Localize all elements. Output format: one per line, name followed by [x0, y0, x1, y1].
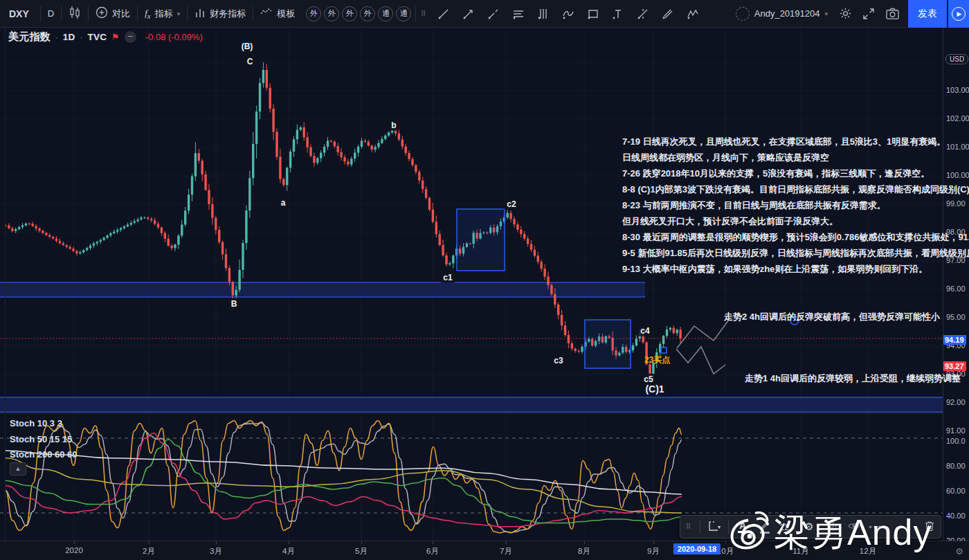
background-color-button[interactable] [754, 517, 775, 536]
analysis-note-line: 8-30 最近两周的调整是很弱的顺势楔形，预计5浪会到0.786敏感位和支撑位共… [622, 229, 953, 245]
wave-label[interactable]: C [244, 56, 256, 67]
separator-dot: · [80, 33, 82, 42]
chart-pane[interactable] [0, 28, 943, 541]
price-axis[interactable]: USD 103.00102.00101.00100.0099.0098.0097… [943, 28, 969, 541]
ray-line-tool-button[interactable] [481, 0, 506, 28]
fullscreen-button[interactable] [857, 0, 880, 28]
trading-app: DXY D 对比 fx 指标 ▾ [0, 0, 969, 560]
legend-exchange: TVC [87, 32, 107, 42]
wave-label[interactable]: b [388, 120, 399, 131]
replay-play-button[interactable]: ▶ [948, 0, 969, 28]
delete-button[interactable] [919, 517, 940, 536]
scenario-1-note: 走势1 4h回调后的反弹较弱，上沿受阻，继续弱势调整 [745, 372, 961, 385]
axis-settings-gear-icon[interactable]: ⚙ [955, 546, 963, 557]
flag-icon[interactable]: ⚑ [111, 32, 120, 42]
symbol-title[interactable]: 美元指数 [8, 30, 51, 44]
template-label: 模板 [277, 8, 295, 20]
drawing-settings-button[interactable]: ⚙ [799, 517, 819, 536]
chart-style-button[interactable] [62, 0, 88, 28]
text-color-button[interactable]: A [732, 517, 753, 536]
clone-icon [826, 521, 837, 533]
compare-button[interactable]: 对比 [89, 0, 137, 28]
text-tool-button[interactable] [606, 0, 631, 28]
price-change: -0.08 (-0.09%) [145, 32, 203, 42]
stoch-10-3-3-k [6, 421, 682, 533]
snapshot-camera-button[interactable] [880, 0, 904, 28]
time-tick-mark [506, 541, 507, 544]
cross-line-tool-button[interactable] [631, 0, 655, 28]
settings-button[interactable] [833, 0, 857, 28]
arrow-line-tool-button[interactable] [456, 0, 481, 28]
financials-button[interactable]: 财务指标 [188, 0, 253, 28]
indicator-tick: 100.0 [946, 437, 966, 445]
time-tick: 4月 [282, 546, 295, 557]
xabcd-pattern-tool-button[interactable] [680, 0, 705, 28]
indicators-button[interactable]: fx 指标 ▾ [138, 0, 187, 28]
currency-label[interactable]: USD [945, 54, 968, 64]
support-zone[interactable] [0, 397, 943, 412]
coordinates-button[interactable]: ▾ [704, 517, 725, 536]
stoch-legend-item[interactable]: Stoch 50 15 15 [10, 432, 78, 448]
svg-text:▾: ▾ [718, 524, 721, 530]
analysis-note-line: 7-26 跌穿2018年10月以来的支撑，5浪没有衰竭，指标三线顺下，逢反弹空。 [622, 165, 953, 181]
vertical-lines-tool-button[interactable] [531, 0, 556, 28]
wave-label[interactable]: c1 [440, 272, 455, 283]
selection-box[interactable] [585, 320, 631, 368]
time-axis[interactable]: 20202月3月4月5月6月7月8月9月10月11月12月 2020-09-18… [0, 541, 969, 560]
wave-label[interactable]: (B) [239, 41, 256, 52]
analysis-note-line: 但月线死叉开口大，预计反弹不会比前面子浪反弹大。 [622, 213, 953, 229]
visibility-button[interactable] [843, 517, 864, 536]
polyline-tool-button[interactable] [556, 0, 581, 28]
wave-label[interactable]: B [228, 298, 240, 309]
stoch-legend-item[interactable]: Stoch 10 3 3 [10, 416, 78, 432]
toolbar-drag-handle[interactable]: ⠿ [681, 517, 696, 536]
compare-label: 对比 [112, 8, 130, 20]
scenario-1-path[interactable] [676, 347, 725, 374]
candlestick-icon [69, 6, 81, 21]
font-size-button[interactable]: 12 ▾ [777, 517, 797, 536]
symbol-search-button[interactable]: DXY [0, 0, 40, 28]
color-swatch [760, 532, 770, 534]
candlestick-series [4, 62, 682, 380]
quick-symbol-button[interactable]: 外 [306, 6, 321, 21]
chart-legend: 美元指数 · 1D · TVC ⚑ – -0.08 (-0.09%) [8, 30, 203, 44]
interval-button[interactable]: D [41, 0, 61, 28]
analysis-note-line: 9-13 大概率中枢内震荡，如果强势zhe则在上沿震荡，如果弱势则回到下沿。 [622, 261, 953, 277]
chart-canvas[interactable] [0, 28, 943, 541]
trend-line-tool-button[interactable] [431, 0, 456, 28]
stoch-legend-item[interactable]: Stoch 200 60 60 [10, 447, 78, 463]
quick-symbol-button[interactable]: 通 [396, 6, 411, 21]
time-tick-mark [361, 541, 362, 544]
drawing-format-toolbar: ⠿ ▾ A 12 ▾ ⚙ •• [680, 515, 941, 539]
wave-label[interactable]: c4 [637, 325, 652, 336]
rectangle-tool-button[interactable] [581, 0, 606, 28]
wave-label[interactable]: c2 [504, 199, 518, 210]
eye-icon [848, 522, 860, 532]
quick-symbol-button[interactable]: 外 [342, 6, 357, 21]
squiggle-chart-icon [260, 7, 273, 20]
toolbar-drag-handle[interactable]: ⠿ [416, 0, 431, 28]
horizontal-lines-tool-button[interactable] [506, 0, 531, 28]
quick-symbol-button[interactable]: 通 [378, 6, 393, 21]
wave-label[interactable]: a [278, 197, 289, 208]
brush-tool-button[interactable] [655, 0, 680, 28]
clone-button[interactable] [821, 517, 842, 536]
wave-label[interactable]: c3 [551, 355, 565, 366]
publish-button[interactable]: 发表 [908, 0, 947, 28]
grip-icon: ⠿ [685, 525, 692, 528]
pane-collapse-button[interactable]: ▲ [10, 462, 26, 476]
selection-box[interactable] [457, 209, 505, 271]
quick-symbol-button[interactable]: 外 [324, 6, 339, 21]
hide-indicator-toggle[interactable]: – [125, 31, 136, 43]
last-price-label: 93.27 [943, 361, 966, 371]
quick-symbol-buttons: 外外外外通通 [302, 6, 415, 21]
financials-label: 财务指标 [210, 8, 246, 20]
wave-label[interactable]: (C)1 [642, 383, 667, 395]
account-menu[interactable]: Andy_20191204 ▾ [730, 7, 833, 21]
quick-symbol-button[interactable]: 外 [360, 6, 375, 21]
more-options-button[interactable]: ••• [865, 517, 886, 536]
template-button[interactable]: 模板 [253, 0, 302, 28]
price-tick: 102.00 [946, 114, 969, 123]
scenario-2-path[interactable] [677, 320, 729, 348]
buy-point-marker[interactable] [661, 347, 667, 353]
